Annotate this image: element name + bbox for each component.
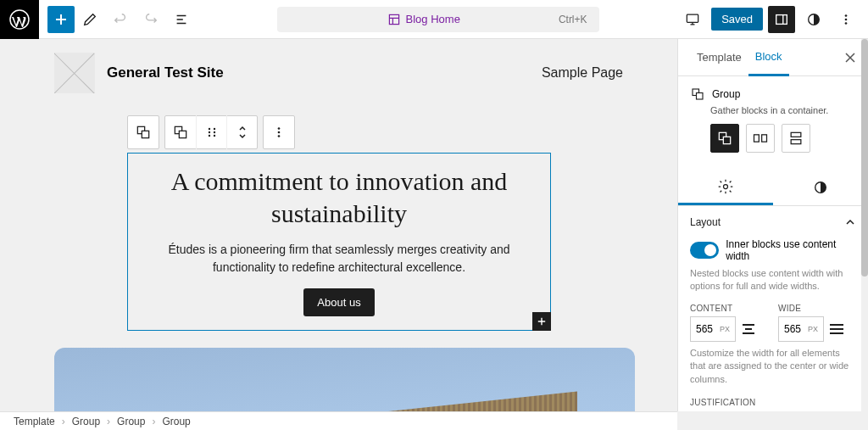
- variation-row-button[interactable]: [746, 124, 775, 153]
- layout-panel-header[interactable]: Layout: [690, 216, 856, 228]
- layout-icon: [387, 13, 401, 26]
- desktop-icon: [684, 11, 701, 28]
- contrast-icon: [813, 180, 828, 195]
- block-description: Group Gather blocks in a container.: [678, 76, 868, 163]
- svg-rect-26: [762, 135, 767, 142]
- plus-icon: [53, 11, 70, 28]
- scrollbar[interactable]: [861, 39, 868, 411]
- image-block[interactable]: [54, 348, 635, 411]
- dots-vertical-icon: [271, 125, 287, 140]
- block-options-button[interactable]: [264, 115, 294, 149]
- list-icon: [174, 12, 189, 27]
- svg-point-17: [213, 135, 214, 137]
- group-icon: [690, 87, 705, 102]
- svg-rect-24: [723, 137, 730, 143]
- svg-point-20: [278, 135, 281, 137]
- svg-rect-2: [687, 14, 698, 22]
- drag-handle[interactable]: [196, 115, 226, 149]
- svg-point-7: [845, 22, 848, 25]
- site-logo-placeholder[interactable]: [54, 53, 95, 93]
- scrollbar-thumb[interactable]: [861, 39, 868, 276]
- svg-point-15: [213, 131, 214, 133]
- breadcrumb-item[interactable]: Group: [72, 416, 100, 427]
- svg-point-29: [724, 184, 728, 188]
- svg-point-19: [278, 131, 281, 134]
- variation-group-button[interactable]: [710, 124, 739, 153]
- wide-width-input[interactable]: 565 PX: [778, 316, 824, 342]
- block-breadcrumb: Template › Group › Group › Group: [0, 411, 677, 430]
- content-width-label: CONTENT: [690, 304, 768, 313]
- justification-label: JUSTIFICATION: [690, 398, 856, 407]
- svg-point-18: [278, 127, 281, 130]
- wordpress-logo[interactable]: [0, 0, 39, 39]
- align-center-icon[interactable]: [739, 321, 758, 338]
- tab-styles[interactable]: [773, 170, 868, 205]
- group-block-selected[interactable]: A commitment to innovation and sustainab…: [127, 153, 551, 331]
- breadcrumb-item[interactable]: Group: [117, 416, 145, 427]
- svg-rect-28: [791, 140, 801, 144]
- block-type-button[interactable]: [128, 115, 159, 149]
- editor-topbar: Blog Home Ctrl+K Saved: [0, 0, 868, 39]
- undo-icon: [113, 12, 128, 27]
- row-icon: [752, 130, 769, 147]
- plus-icon: [536, 316, 548, 327]
- layout-panel: Layout Inner blocks use content width Ne…: [678, 206, 868, 411]
- add-block-button[interactable]: [47, 6, 75, 33]
- drag-icon: [205, 126, 219, 139]
- block-type-name: Group: [712, 88, 740, 100]
- chevron-up-icon: [844, 216, 856, 228]
- tools-button[interactable]: [75, 4, 105, 35]
- add-inner-block-button[interactable]: [532, 312, 551, 331]
- svg-rect-9: [142, 131, 148, 137]
- styles-button[interactable]: [800, 6, 827, 33]
- undo-button[interactable]: [105, 4, 136, 35]
- dots-vertical-icon: [838, 12, 854, 27]
- save-button[interactable]: Saved: [711, 8, 763, 31]
- tab-settings[interactable]: [678, 170, 773, 205]
- stack-icon: [787, 130, 804, 147]
- document-overview-button[interactable]: [166, 4, 197, 35]
- tab-template[interactable]: Template: [690, 39, 748, 76]
- content-width-toggle[interactable]: [690, 242, 719, 259]
- svg-point-14: [208, 131, 209, 133]
- toggle-label: Inner blocks use content width: [726, 238, 856, 262]
- keyboard-shortcut: Ctrl+K: [559, 14, 587, 25]
- chevron-up-down-icon: [236, 124, 249, 141]
- more-options-button[interactable]: [832, 6, 860, 33]
- view-button[interactable]: [679, 6, 706, 33]
- topbar-left: [0, 0, 197, 38]
- settings-sidebar: Template Block Group Gather blocks in a …: [677, 39, 868, 411]
- close-sidebar-button[interactable]: [844, 52, 856, 64]
- editor-canvas[interactable]: General Test Site Sample Page: [0, 39, 677, 411]
- paragraph-block[interactable]: Études is a pioneering firm that seamles…: [165, 241, 513, 276]
- nav-link-sample-page[interactable]: Sample Page: [542, 65, 623, 81]
- redo-button[interactable]: [136, 4, 166, 35]
- image-content: [54, 392, 577, 411]
- block-settings-tabs: [678, 170, 868, 206]
- pencil-icon: [82, 12, 97, 27]
- svg-rect-3: [776, 14, 787, 24]
- breadcrumb-item[interactable]: Template: [14, 416, 55, 427]
- command-palette-button[interactable]: Blog Home Ctrl+K: [277, 7, 599, 32]
- select-parent-button[interactable]: [165, 115, 196, 149]
- heading-block[interactable]: A commitment to innovation and sustainab…: [165, 165, 513, 229]
- align-wide-icon[interactable]: [827, 321, 846, 338]
- move-up-down-button[interactable]: [226, 115, 257, 149]
- svg-point-13: [213, 128, 214, 130]
- topbar-right: Saved: [679, 6, 868, 33]
- button-block[interactable]: About us: [303, 288, 374, 316]
- block-type-description: Gather blocks in a container.: [710, 105, 856, 115]
- settings-sidebar-toggle[interactable]: [768, 6, 795, 33]
- tab-block[interactable]: Block: [748, 39, 789, 76]
- content-width-input[interactable]: 565 PX: [690, 316, 736, 342]
- breadcrumb-item[interactable]: Group: [162, 416, 190, 427]
- width-help-text: Customize the width for all elements tha…: [690, 347, 856, 386]
- svg-rect-22: [697, 93, 704, 100]
- sidebar-icon: [774, 12, 789, 27]
- block-toolbar: [127, 115, 295, 149]
- group-icon: [135, 124, 152, 141]
- svg-point-16: [208, 135, 209, 137]
- site-title[interactable]: General Test Site: [107, 64, 224, 81]
- svg-rect-25: [754, 135, 760, 142]
- variation-stack-button[interactable]: [782, 124, 810, 153]
